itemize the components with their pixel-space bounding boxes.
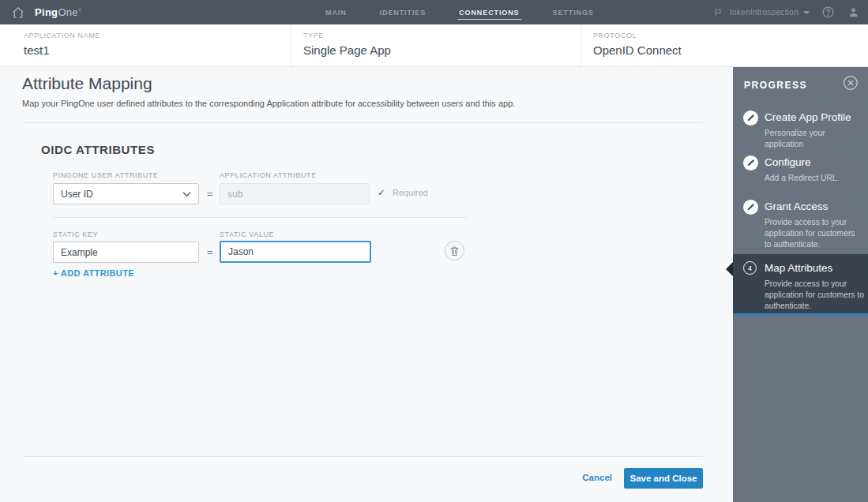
application-type-field: TYPE Single Page App — [291, 24, 581, 66]
oidc-attributes-heading: OIDC ATTRIBUTES — [41, 143, 155, 156]
application-name-label: APPLICATION NAME — [24, 32, 291, 39]
brand-ping: Ping — [35, 6, 58, 18]
step-complete-pencil-icon — [743, 111, 758, 126]
environment-icon — [711, 6, 725, 20]
nav-settings[interactable]: SETTINGS — [551, 1, 596, 24]
step-number-badge: 4 — [743, 261, 757, 275]
application-attribute-label: APPLICATION ATTRIBUTE — [220, 171, 317, 179]
add-attribute-link[interactable]: + ADD ATTRIBUTE — [53, 268, 134, 278]
primary-nav: MAIN IDENTITIES CONNECTIONS SETTINGS — [324, 0, 596, 24]
application-protocol-value: OpenID Connect — [593, 43, 868, 57]
pingone-admin-app: PingOne® MAIN IDENTITIES CONNECTIONS SET… — [0, 0, 868, 502]
account-icon[interactable] — [846, 6, 860, 20]
page-subtitle: Map your PingOne user defined attributes… — [22, 99, 515, 108]
application-name-field: APPLICATION NAME test1 — [0, 24, 291, 66]
step-title: Map Attributes — [765, 262, 866, 274]
step-complete-pencil-icon — [743, 200, 758, 215]
equals-sign: = — [207, 246, 213, 258]
nav-identities[interactable]: IDENTITIES — [378, 1, 428, 24]
cancel-button[interactable]: Cancel — [582, 473, 612, 482]
required-label: Required — [393, 188, 428, 197]
topbar-right: tokenIntrospection — [711, 0, 860, 24]
nav-connections[interactable]: CONNECTIONS — [457, 1, 520, 24]
divider — [24, 122, 703, 123]
help-icon[interactable] — [821, 6, 835, 20]
application-header: APPLICATION NAME test1 TYPE Single Page … — [0, 24, 868, 67]
progress-title: PROGRESS — [744, 80, 807, 91]
trash-icon — [450, 246, 459, 256]
pingone-logo[interactable]: PingOne® — [35, 6, 82, 18]
application-attribute-input — [220, 183, 370, 204]
step-description: Personalize your application — [765, 128, 862, 150]
step-title: Create App Profile — [765, 111, 862, 123]
divider — [24, 456, 703, 457]
static-value-label: STATIC VALUE — [220, 230, 274, 238]
pingone-user-attribute-select[interactable]: User ID — [53, 183, 199, 204]
pingone-user-attribute-label: PINGONE USER ATTRIBUTE — [53, 171, 159, 179]
progress-step-map-attributes[interactable]: 4 Map Attributes Provide access to your … — [733, 254, 868, 316]
environment-name: tokenIntrospection — [730, 8, 798, 17]
brand-one: One — [58, 6, 77, 18]
environment-switcher[interactable]: tokenIntrospection — [711, 6, 810, 20]
active-step-pointer — [726, 262, 733, 276]
brand-trademark: ® — [78, 8, 82, 13]
step-complete-pencil-icon — [743, 155, 758, 170]
required-check-icon: ✓ — [378, 187, 385, 198]
step-title: Configure — [765, 156, 862, 168]
application-type-label: TYPE — [303, 32, 581, 39]
step-description: Provide access to your application for c… — [765, 217, 862, 250]
progress-panel: PROGRESS Create App Profile Personalize … — [733, 67, 868, 502]
step-description: Add a Redirect URL. — [765, 173, 862, 184]
delete-attribute-button[interactable] — [445, 241, 464, 260]
application-name-value: test1 — [24, 43, 291, 57]
topbar-left: PingOne® — [0, 4, 82, 21]
step-description: Provide access to your application for c… — [765, 279, 866, 312]
progress-header: PROGRESS — [733, 67, 868, 102]
application-type-value: Single Page App — [303, 43, 581, 57]
selected-attribute-value: User ID — [61, 189, 93, 200]
save-and-close-button[interactable]: Save and Close — [624, 468, 703, 489]
application-protocol-label: PROTOCOL — [593, 32, 868, 39]
chevron-down-icon — [182, 191, 191, 197]
close-icon[interactable] — [843, 75, 859, 91]
attribute-mapping-page: Attribute Mapping Map your PingOne user … — [0, 67, 733, 502]
step-title: Grant Access — [765, 200, 862, 212]
static-value-input[interactable] — [220, 241, 371, 263]
divider — [53, 217, 466, 218]
nav-main[interactable]: MAIN — [324, 1, 348, 24]
top-navigation-bar: PingOne® MAIN IDENTITIES CONNECTIONS SET… — [0, 0, 868, 24]
page-title: Attribute Mapping — [22, 74, 152, 93]
equals-sign: = — [207, 188, 213, 200]
application-protocol-field: PROTOCOL OpenID Connect — [581, 24, 868, 66]
static-key-label: STATIC KEY — [53, 230, 98, 238]
static-key-input[interactable] — [53, 242, 199, 263]
home-icon[interactable] — [9, 4, 27, 21]
chevron-down-icon — [803, 11, 810, 14]
